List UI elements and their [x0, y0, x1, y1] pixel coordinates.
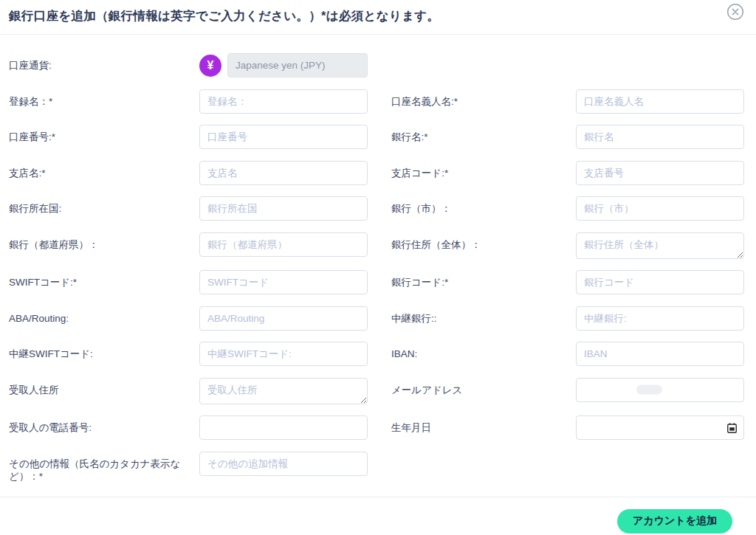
close-button[interactable]	[724, 1, 746, 23]
registered-name-input[interactable]	[199, 89, 368, 114]
intermediary-bank-label: 中継銀行::	[368, 306, 576, 325]
bank-code-input[interactable]	[576, 270, 744, 294]
account-number-label: 口座番号:*	[9, 125, 199, 144]
account-holder-name-input[interactable]	[576, 89, 744, 114]
skeleton-oval	[636, 385, 662, 395]
account-currency-label: 口座通貨:	[9, 53, 199, 72]
intermediary-bank-input[interactable]	[576, 306, 744, 331]
branch-code-label: 支店コード:*	[368, 161, 576, 180]
intermediary-swift-label: 中継SWIFTコード:	[9, 342, 199, 361]
iban-label: IBAN:	[368, 342, 576, 361]
branch-name-input[interactable]	[199, 161, 368, 185]
swift-code-label: SWIFTコード:*	[9, 270, 199, 289]
add-bank-account-modal: 銀行口座を追加（銀行情報は英字でご入力ください。）*は必須となります。 口座通貨…	[0, 0, 756, 535]
iban-input[interactable]	[576, 342, 744, 366]
bank-country-label: 銀行所在国:	[9, 196, 199, 215]
aba-routing-input[interactable]	[199, 306, 368, 331]
bank-address-label: 銀行住所（全体）：	[368, 232, 576, 252]
modal-title: 銀行口座を追加（銀行情報は英字でご入力ください。）*は必須となります。	[9, 9, 439, 22]
branch-code-input[interactable]	[576, 161, 744, 185]
aba-routing-label: ABA/Routing:	[9, 306, 199, 325]
bank-country-input[interactable]	[199, 196, 368, 221]
modal-footer: アカウントを追加	[0, 497, 756, 534]
email-field[interactable]	[576, 378, 744, 402]
yen-circle-icon: ¥	[199, 55, 221, 77]
account-currency-input	[227, 53, 368, 77]
swift-code-input[interactable]	[199, 270, 368, 294]
bank-city-input[interactable]	[576, 196, 744, 221]
account-number-input[interactable]	[199, 125, 368, 149]
bank-name-input[interactable]	[576, 125, 744, 149]
email-label: メールアドレス	[368, 378, 576, 397]
birthdate-field[interactable]	[576, 415, 744, 440]
branch-name-label: 支店名:*	[9, 161, 199, 180]
beneficiary-phone-input[interactable]	[199, 415, 368, 440]
other-info-label: その他の情報（氏名のカタカナ表示など）：*	[9, 452, 199, 483]
modal-header: 銀行口座を追加（銀行情報は英字でご入力ください。）*は必須となります。	[0, 0, 756, 35]
birthdate-label: 生年月日	[368, 415, 576, 435]
bank-prefecture-label: 銀行（都道府県）：	[9, 232, 199, 252]
bank-city-label: 銀行（市）：	[368, 196, 576, 215]
account-holder-name-label: 口座名義人名:*	[368, 89, 576, 108]
other-info-input[interactable]	[199, 452, 368, 476]
close-icon	[726, 13, 745, 24]
calendar-icon[interactable]	[727, 423, 737, 433]
beneficiary-address-textarea[interactable]	[199, 378, 368, 404]
beneficiary-phone-label: 受取人の電話番号:	[9, 415, 199, 435]
bank-name-label: 銀行名:*	[368, 125, 576, 144]
add-account-button[interactable]: アカウントを追加	[617, 509, 732, 534]
intermediary-swift-input[interactable]	[199, 342, 368, 366]
bank-account-form: 口座通貨: ¥ 登録名：* 口座名義人名:* 口座番号:* 銀行名:* 支店名:…	[0, 35, 756, 483]
bank-code-label: 銀行コード:*	[368, 270, 576, 289]
bank-address-textarea[interactable]	[576, 232, 744, 259]
registered-name-label: 登録名：*	[9, 89, 199, 108]
beneficiary-address-label: 受取人住所	[9, 378, 199, 397]
bank-prefecture-input[interactable]	[199, 232, 368, 257]
